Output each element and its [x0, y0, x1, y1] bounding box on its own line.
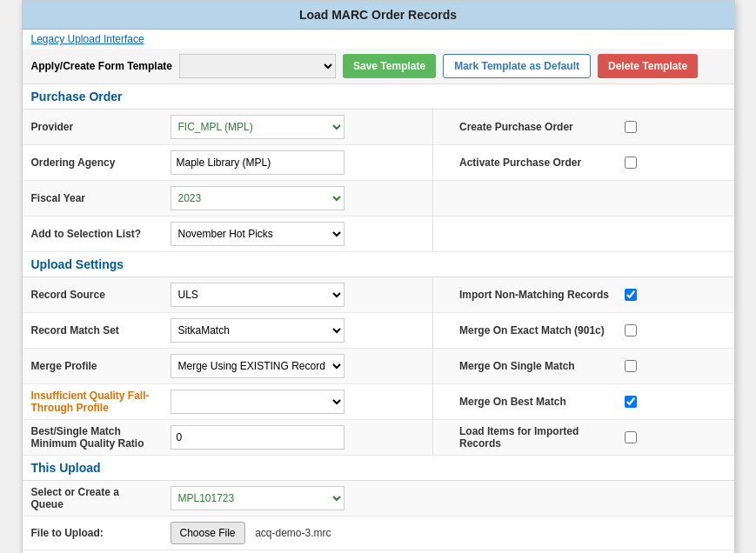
- file-upload-input-cell: Choose File acq-demo-3.mrc: [162, 516, 734, 550]
- insufficient-quality-select[interactable]: [171, 390, 345, 414]
- create-po-checkbox[interactable]: [625, 121, 637, 133]
- queue-select[interactable]: MPL101723: [171, 486, 345, 510]
- fiscal-year-row: Fiscal Year 2023: [23, 181, 734, 217]
- template-label: Apply/Create Form Template: [31, 60, 172, 72]
- import-non-matching-label: Import Non-Matching Records: [442, 289, 616, 301]
- merge-profile-label: Merge Profile: [23, 349, 162, 384]
- legacy-upload-link[interactable]: Legacy Upload Interface: [31, 33, 144, 45]
- selection-list-label: Add to Selection List?: [23, 217, 162, 252]
- save-template-button[interactable]: Save Template: [343, 54, 436, 78]
- insufficient-quality-label: Insufficient Quality Fall-Through Profil…: [23, 384, 162, 420]
- queue-label: Select or Create a Queue: [23, 481, 162, 516]
- merge-exact-match-label: Merge On Exact Match (901c): [442, 324, 616, 336]
- fiscal-year-label: Fiscal Year: [23, 181, 162, 217]
- queue-row: Select or Create a Queue MPL101723: [23, 481, 734, 516]
- selection-list-row: Add to Selection List? November Hot Pick…: [23, 217, 734, 252]
- merge-profile-select[interactable]: Merge Using EXISTING Record: [171, 354, 345, 378]
- merge-single-match-label: Merge On Single Match: [442, 360, 616, 372]
- fiscal-year-input-cell: 2023: [162, 181, 433, 217]
- load-items-checkbox[interactable]: [625, 431, 637, 443]
- create-po-label: Create Purchase Order: [442, 121, 616, 133]
- best-single-match-label: Best/Single Match Minimum Quality Ratio: [23, 420, 162, 456]
- best-single-match-input[interactable]: [171, 425, 345, 450]
- record-source-label: Record Source: [23, 277, 162, 313]
- import-non-matching-checkbox[interactable]: [625, 289, 637, 301]
- mark-template-default-button[interactable]: Mark Template as Default: [443, 54, 591, 78]
- choose-file-button[interactable]: Choose File: [171, 522, 245, 544]
- provider-row: Provider FIC_MPL (MPL) Create Purchase O…: [23, 110, 734, 145]
- insufficient-quality-input-cell: [162, 384, 433, 420]
- this-upload-header: This Upload: [23, 456, 734, 481]
- provider-select[interactable]: FIC_MPL (MPL): [171, 115, 345, 139]
- legacy-link-row: Legacy Upload Interface: [23, 30, 734, 49]
- merge-best-match-label: Merge On Best Match: [442, 396, 616, 408]
- record-match-set-input-cell: SitkaMatch: [162, 313, 433, 349]
- record-source-input-cell: ULS: [162, 277, 433, 313]
- fiscal-year-select[interactable]: 2023: [171, 186, 345, 210]
- delete-template-button[interactable]: Delete Template: [598, 54, 698, 78]
- record-source-row: Record Source ULS Import Non-Matching Re…: [23, 277, 734, 313]
- ordering-agency-input-cell: [162, 145, 433, 181]
- this-upload-table: Select or Create a Queue MPL101723 File …: [23, 481, 734, 550]
- template-row: Apply/Create Form Template Save Template…: [23, 49, 734, 84]
- file-upload-row: File to Upload: Choose File acq-demo-3.m…: [23, 516, 734, 550]
- upload-settings-table: Record Source ULS Import Non-Matching Re…: [23, 277, 734, 456]
- merge-profile-input-cell: Merge Using EXISTING Record: [162, 349, 433, 384]
- activate-po-checkbox[interactable]: [625, 157, 637, 169]
- merge-profile-row: Merge Profile Merge Using EXISTING Recor…: [23, 349, 734, 384]
- merge-exact-match-checkbox[interactable]: [625, 324, 637, 336]
- file-upload-label: File to Upload:: [23, 516, 162, 550]
- purchase-order-table: Provider FIC_MPL (MPL) Create Purchase O…: [23, 110, 734, 252]
- record-source-select[interactable]: ULS: [171, 283, 345, 307]
- best-single-match-row: Best/Single Match Minimum Quality Ratio …: [23, 420, 734, 456]
- ordering-agency-input[interactable]: [171, 150, 345, 175]
- selection-list-select[interactable]: November Hot Picks: [171, 222, 345, 246]
- queue-input-cell: MPL101723: [162, 481, 734, 516]
- dialog-title: Load MARC Order Records: [23, 1, 734, 30]
- load-items-label: Load Items for Imported Records: [442, 425, 616, 450]
- record-match-set-select[interactable]: SitkaMatch: [171, 318, 345, 343]
- ordering-agency-label: Ordering Agency: [23, 145, 162, 181]
- insufficient-quality-row: Insufficient Quality Fall-Through Profil…: [23, 384, 734, 420]
- merge-single-match-checkbox[interactable]: [625, 360, 637, 372]
- activate-po-label: Activate Purchase Order: [442, 157, 616, 169]
- upload-settings-header: Upload Settings: [23, 252, 734, 277]
- selection-list-input-cell: November Hot Picks: [162, 217, 433, 252]
- best-single-match-input-cell: [162, 420, 433, 456]
- record-match-set-row: Record Match Set SitkaMatch Merge On Exa…: [23, 313, 734, 349]
- merge-best-match-checkbox[interactable]: [625, 396, 637, 408]
- provider-label: Provider: [23, 110, 162, 145]
- provider-input-cell: FIC_MPL (MPL): [162, 110, 433, 145]
- record-match-set-label: Record Match Set: [23, 313, 162, 349]
- template-select[interactable]: [179, 54, 336, 78]
- ordering-agency-row: Ordering Agency Activate Purchase Order: [23, 145, 734, 181]
- purchase-order-header: Purchase Order: [23, 84, 734, 110]
- file-name-display: acq-demo-3.mrc: [255, 527, 331, 539]
